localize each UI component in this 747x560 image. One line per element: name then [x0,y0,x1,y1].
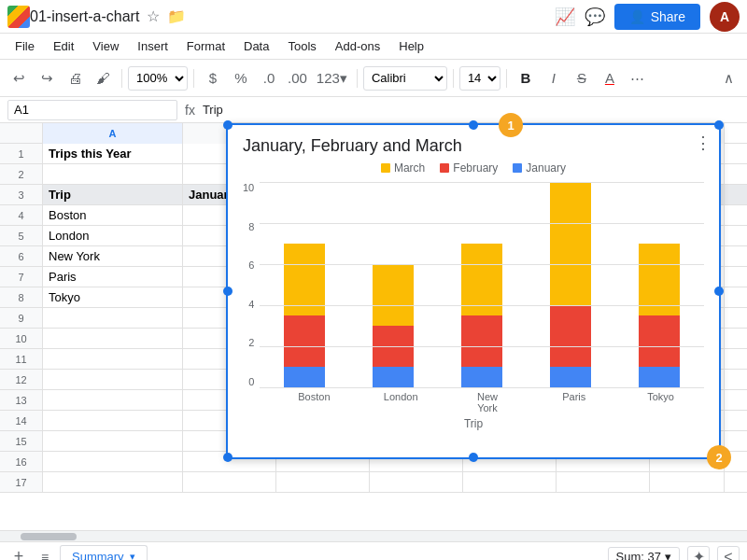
more-formats-button[interactable]: ⋯ [625,65,651,91]
col-header-a[interactable]: A [43,123,183,144]
row-num-8: 8 [0,287,43,307]
menu-bar: File Edit View Insert Format Data Tools … [0,34,747,60]
sheet-tab-label: Summary [72,550,124,561]
resize-handle-tr[interactable] [714,120,724,130]
gridline-0 [260,387,704,388]
menu-data[interactable]: Data [236,37,276,55]
scroll-thumb[interactable] [21,533,77,540]
resize-handle-ml[interactable] [223,287,233,296]
gridline-10 [260,182,704,183]
callout-1-badge: 1 [499,113,523,137]
toolbar-separator-5 [506,69,507,88]
number-format-button[interactable]: 123▾ [313,65,351,91]
y-tick-6: 6 [248,259,254,271]
chart-icon[interactable]: 📈 [555,7,575,27]
resize-handle-tl[interactable] [223,120,233,130]
toolbar-separator-2 [193,69,194,88]
bold-button[interactable]: B [513,65,539,91]
table-row: 17 [0,472,747,493]
menu-addons[interactable]: Add-ons [328,37,388,55]
cell-a8[interactable]: Tokyo [43,287,183,307]
legend-dot-february [440,163,449,173]
cell-a5[interactable]: London [43,226,183,245]
row-num-3: 3 [0,185,43,204]
paint-format-button[interactable]: 🖌 [90,65,116,91]
menu-insert[interactable]: Insert [130,37,176,55]
decimal-dec-button[interactable]: .0 [256,65,282,91]
avatar[interactable]: A [710,2,740,32]
legend-label-february: February [453,161,498,175]
title-icon-group: ☆ 📁 [147,7,186,25]
gridlines [260,182,704,387]
tab-chevron-icon: ▾ [130,551,135,561]
menu-view[interactable]: View [85,37,126,55]
folder-icon[interactable]: 📁 [167,7,186,25]
strikethrough-button[interactable]: S [569,65,595,91]
horizontal-scrollbar[interactable] [0,530,747,541]
resize-handle-tm[interactable] [469,120,478,130]
spreadsheet: A B C D E F G 1 Trips this Year 2 [0,123,747,530]
cell-a6[interactable]: New York [43,246,183,266]
resize-handle-mr[interactable] [714,287,724,296]
resize-handle-bl[interactable] [223,453,233,462]
currency-button[interactable]: $ [200,65,226,91]
cell-address-input[interactable] [7,100,177,120]
star-icon[interactable]: ☆ [147,7,160,25]
google-sheets-icon [7,6,30,28]
legend-item-january: January [513,161,566,175]
comment-icon[interactable]: 💬 [585,7,605,27]
font-select[interactable]: Calibri [363,66,447,91]
file-name: 01-insert-a-chart [30,8,139,25]
row-num-header [0,123,43,143]
chart-overlay[interactable]: 1 ⋮ January, February and March March Fe… [226,123,721,459]
share-button[interactable]: 👤 Share [614,4,700,30]
legend-label-march: March [394,161,425,175]
cell-a4[interactable]: Boston [43,205,183,225]
row-num-6: 6 [0,246,43,266]
cell-a3[interactable]: Trip [43,185,183,204]
cell-a2[interactable] [43,164,183,184]
x-label-tokyo: Tokyo [641,391,682,413]
legend-dot-january [513,163,522,173]
font-size-select[interactable]: 14 [459,66,500,91]
row-num-1: 1 [0,144,43,163]
cell-a7[interactable]: Paris [43,267,183,287]
formula-bar: fx Trip [0,97,747,123]
redo-button[interactable]: ↪ [34,65,60,91]
sheets-nav-prev[interactable]: < [717,546,740,561]
formula-input[interactable]: Trip [203,103,740,117]
undo-button[interactable]: ↩ [6,65,32,91]
y-tick-8: 8 [248,221,254,232]
zoom-select[interactable]: 100% [128,66,188,91]
cell-a1[interactable]: Trips this Year [43,144,183,163]
explore-button[interactable]: ✦ [687,546,710,561]
list-sheets-button[interactable]: ≡ [34,546,56,561]
percent-button[interactable]: % [228,65,254,91]
y-tick-10: 10 [243,182,254,193]
print-button[interactable]: 🖨 [62,65,88,91]
title-bar: 01-insert-a-chart ☆ 📁 📈 💬 👤 Share A [0,0,747,34]
chart-menu-button[interactable]: ⋮ [695,133,712,153]
decimal-inc-button[interactable]: .00 [284,65,311,91]
resize-handle-bm[interactable] [469,453,478,462]
gridline-4 [260,305,704,306]
gridline-6 [260,264,704,265]
sheet-tab-summary[interactable]: Summary ▾ [60,545,148,561]
menu-file[interactable]: File [7,37,42,55]
menu-help[interactable]: Help [391,37,431,55]
italic-button[interactable]: I [541,65,567,91]
text-color-button[interactable]: A [597,65,623,91]
menu-tools[interactable]: Tools [280,37,323,55]
y-tick-2: 2 [248,337,254,348]
x-axis-labels: Boston London New York Paris Tokyo [243,391,704,413]
menu-edit[interactable]: Edit [46,37,81,55]
gridline-8 [260,223,704,224]
x-label-london: London [380,391,421,413]
add-sheet-button[interactable]: + [7,546,30,561]
legend-dot-march [381,163,390,173]
fx-label: fx [185,103,195,118]
status-bar: + ≡ Summary ▾ Sum: 37 ▾ ✦ < [0,541,747,560]
menu-format[interactable]: Format [179,37,233,55]
toolbar-collapse-button[interactable]: ∧ [715,65,741,91]
chart-legend: March February January [243,161,704,175]
